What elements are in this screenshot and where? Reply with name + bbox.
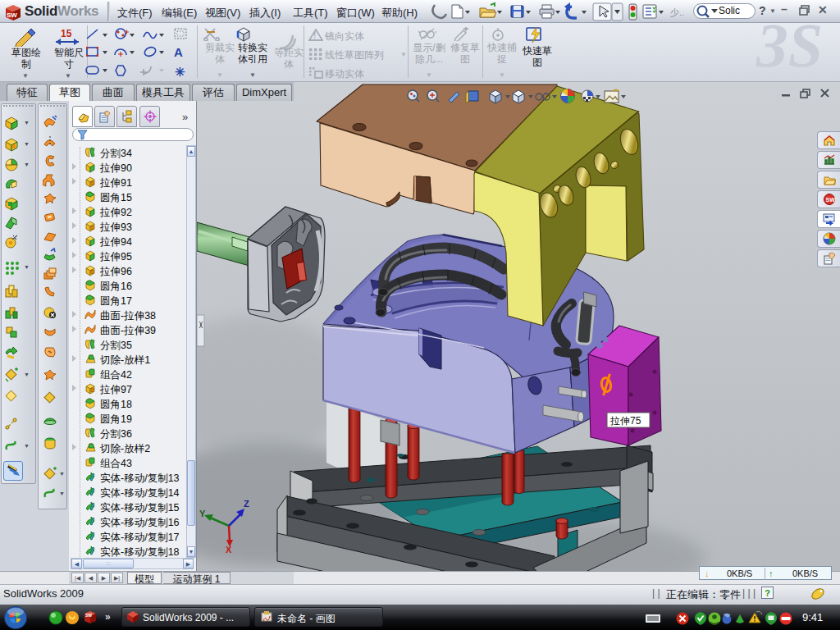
svg-text:拉伸75: 拉伸75 [609,415,641,427]
svg-text:SW: SW [826,197,836,203]
svg-text:SW: SW [85,613,92,618]
svg-text:!: ! [313,31,316,40]
svg-text:Y: Y [199,509,206,518]
svg-text:少..: 少.. [670,7,684,17]
svg-text:15: 15 [61,28,72,39]
svg-text:A: A [174,45,183,59]
svg-text:SW: SW [7,11,17,19]
svg-text:✳: ✳ [175,65,185,79]
svg-text:X: X [226,545,232,555]
svg-text:Z: Z [244,499,249,509]
svg-text:»: » [105,611,111,623]
